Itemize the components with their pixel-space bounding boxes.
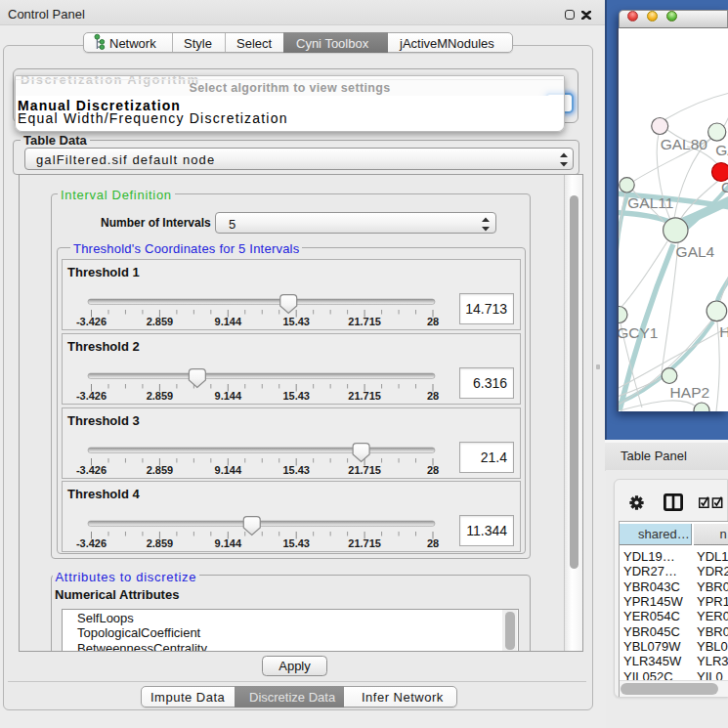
svg-text:9.144: 9.144 [215,537,242,549]
svg-text:GAL4: GAL4 [676,243,715,260]
svg-text:GCY1: GCY1 [619,324,658,341]
svg-text:2.859: 2.859 [147,390,174,402]
svg-text:21.715: 21.715 [348,316,381,327]
svg-text:15.43: 15.43 [282,464,310,476]
svg-text:21.715: 21.715 [348,390,381,402]
svg-text:-3.426: -3.426 [76,464,107,476]
svg-text:-3.426: -3.426 [76,316,107,327]
svg-text:15.43: 15.43 [282,390,310,402]
svg-text:2.859: 2.859 [147,316,174,327]
svg-text:GAL11: GAL11 [627,194,673,211]
svg-text:15.43: 15.43 [282,316,310,327]
svg-text:2.859: 2.859 [147,464,174,476]
svg-text:28: 28 [427,464,439,476]
svg-text:9.144: 9.144 [215,390,242,402]
svg-text:GAL80: GAL80 [661,136,708,152]
svg-text:H: H [719,323,728,340]
svg-text:21.715: 21.715 [348,464,381,476]
svg-text:-3.426: -3.426 [76,390,107,402]
svg-text:2.859: 2.859 [147,537,174,549]
svg-text:28: 28 [427,316,439,327]
svg-text:28: 28 [427,390,439,402]
svg-text:C: C [721,179,728,195]
svg-text:15.43: 15.43 [282,537,310,549]
svg-text:28: 28 [427,537,439,549]
svg-text:21.715: 21.715 [348,537,381,549]
svg-text:GA: GA [715,142,728,158]
svg-text:HAP2: HAP2 [670,384,710,401]
svg-text:-3.426: -3.426 [76,537,107,549]
svg-text:9.144: 9.144 [215,464,242,476]
svg-text:9.144: 9.144 [215,316,242,327]
